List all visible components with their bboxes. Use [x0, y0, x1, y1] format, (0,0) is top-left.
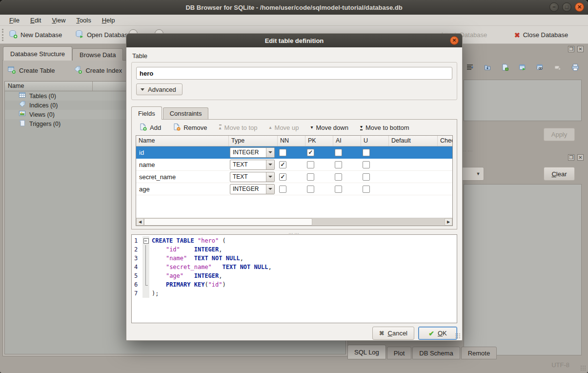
create-index-button[interactable]: Create Index — [71, 65, 124, 76]
menu-edit[interactable]: Edit — [26, 16, 45, 25]
tab-browse-data[interactable]: Browse Data — [72, 48, 123, 61]
move-to-top-button[interactable]: ▴Move to top — [216, 123, 261, 133]
dock-close-icon[interactable]: ✕ — [577, 154, 584, 161]
advanced-button[interactable]: Advanced — [136, 83, 182, 95]
menu-file[interactable]: File — [5, 16, 24, 25]
column-header-default[interactable]: Default — [389, 136, 438, 146]
pk-checkbox[interactable] — [307, 161, 314, 168]
export-icon[interactable] — [500, 62, 510, 73]
chevron-down-icon[interactable] — [266, 148, 274, 157]
chevron-down-icon[interactable] — [266, 172, 274, 182]
tab-database-structure[interactable]: Database Structure — [3, 46, 72, 61]
type-combobox[interactable]: INTEGER — [230, 147, 275, 158]
pk-checkbox[interactable]: ✓ — [307, 149, 314, 156]
open-database-button[interactable]: Open Database — [72, 28, 134, 42]
dock-splitter-handle[interactable]: …… — [461, 146, 474, 152]
menu-view[interactable]: View — [47, 16, 70, 25]
type-combobox[interactable]: TEXT — [230, 172, 275, 182]
sql-preview[interactable]: 1CREATE TABLE "hero" (2 "id" INTEGER,3 "… — [131, 234, 457, 323]
column-header-check[interactable]: Check — [438, 136, 453, 146]
create-table-button[interactable]: Create Table — [5, 65, 58, 76]
chevron-down-icon[interactable] — [266, 185, 274, 194]
column-header-u[interactable]: U — [361, 136, 389, 146]
column-header-ai[interactable]: AI — [333, 136, 361, 146]
tab-fields[interactable]: Fields — [131, 106, 162, 120]
fold-marker-icon[interactable] — [142, 236, 149, 245]
menu-help[interactable]: Help — [98, 16, 120, 25]
maximize-icon[interactable]: □ — [562, 2, 571, 12]
move-up-button[interactable]: ▴Move up — [266, 123, 303, 133]
u-checkbox[interactable] — [363, 161, 370, 168]
tab-sql-log[interactable]: SQL Log — [347, 345, 386, 359]
remove-icon — [173, 123, 181, 132]
toolbar-drag-handle[interactable] — [2, 29, 3, 41]
scroll-left-icon[interactable]: ◀ — [136, 218, 144, 226]
close-database-button[interactable]: ✖ Close Database — [511, 28, 571, 42]
close-icon[interactable]: ✕ — [575, 2, 584, 12]
sql-code: "secret_name" TEXT NOT NULL, — [149, 263, 272, 271]
field-row-id[interactable]: idINTEGER✓ — [136, 146, 452, 159]
move-down-button[interactable]: ▾Move down — [307, 123, 352, 133]
nn-checkbox[interactable] — [279, 149, 286, 156]
column-header-pk[interactable]: PK — [305, 136, 333, 146]
ok-button[interactable]: ✔ OK — [418, 327, 457, 340]
dock-float-icon[interactable]: ❐ — [568, 154, 574, 161]
encoding-indicator[interactable]: UTF-8 — [551, 361, 569, 369]
move-to-bottom-button[interactable]: ▾Move to bottom — [357, 123, 413, 133]
field-row-secret_name[interactable]: secret_nameTEXT✓ — [136, 171, 452, 183]
sql-log-area[interactable] — [464, 184, 582, 355]
null-icon[interactable] — [552, 62, 563, 73]
minimize-icon[interactable]: − — [549, 2, 559, 12]
column-header-nn[interactable]: NN — [278, 136, 305, 146]
resize-grip[interactable] — [580, 365, 586, 371]
ai-checkbox[interactable] — [335, 149, 342, 156]
dialog-splitter-handle[interactable]: …… — [131, 229, 457, 234]
tab-remote[interactable]: Remote — [461, 347, 497, 359]
type-combobox[interactable]: INTEGER — [230, 184, 275, 194]
mode-icon[interactable] — [465, 62, 475, 73]
chevron-down-icon[interactable] — [266, 160, 274, 169]
tab-constraints[interactable]: Constraints — [163, 107, 209, 119]
scrollbar-thumb[interactable] — [144, 218, 312, 226]
cell-editor-area[interactable] — [464, 80, 582, 121]
type-combobox[interactable]: TEXT — [230, 160, 275, 170]
type-value: TEXT — [230, 160, 266, 169]
new-database-button[interactable]: New Database — [6, 28, 65, 42]
open-window-icon[interactable] — [517, 62, 528, 73]
nn-checkbox[interactable]: ✓ — [279, 173, 286, 181]
pk-checkbox[interactable] — [307, 186, 314, 193]
pk-checkbox[interactable] — [307, 173, 314, 181]
apply-button[interactable]: Apply — [544, 128, 575, 141]
field-row-name[interactable]: nameTEXT✓ — [136, 159, 452, 171]
column-header-name[interactable]: Name — [136, 136, 229, 146]
dialog-close-icon[interactable]: ✕ — [450, 36, 459, 45]
tab-plot[interactable]: Plot — [387, 347, 411, 359]
field-row-age[interactable]: ageINTEGER — [136, 183, 452, 195]
nn-checkbox[interactable]: ✓ — [279, 161, 286, 168]
u-checkbox[interactable] — [363, 149, 370, 156]
print-icon[interactable] — [570, 62, 581, 73]
remove-button[interactable]: Remove — [169, 122, 210, 134]
clear-button[interactable]: Clear — [544, 167, 575, 181]
import-icon[interactable] — [482, 62, 493, 73]
u-checkbox[interactable] — [363, 186, 370, 193]
tab-db-schema[interactable]: DB Schema — [412, 347, 460, 359]
dock-close-icon[interactable]: ✕ — [577, 46, 584, 52]
scroll-right-icon[interactable]: ▶ — [445, 218, 452, 226]
nn-checkbox[interactable] — [279, 186, 286, 193]
table-name-input[interactable] — [136, 67, 452, 80]
ai-checkbox[interactable] — [335, 173, 342, 181]
dialog-titlebar[interactable]: Edit table definition ✕ — [126, 34, 462, 47]
dialog-title: Edit table definition — [265, 37, 324, 44]
ai-checkbox[interactable] — [335, 186, 342, 193]
cancel-button[interactable]: ✖ Cancel — [372, 327, 414, 340]
horizontal-scrollbar[interactable]: ◀ ▶ — [136, 218, 452, 226]
dock-float-icon[interactable]: ❐ — [568, 46, 574, 52]
add-button[interactable]: Add — [136, 122, 164, 134]
column-header-type[interactable]: Type — [229, 136, 278, 146]
menu-tools[interactable]: Tools — [72, 16, 95, 25]
u-checkbox[interactable] — [363, 173, 370, 181]
sql-token: "secret_name" — [166, 264, 212, 270]
ai-checkbox[interactable] — [335, 161, 342, 168]
link-icon[interactable] — [535, 62, 546, 73]
